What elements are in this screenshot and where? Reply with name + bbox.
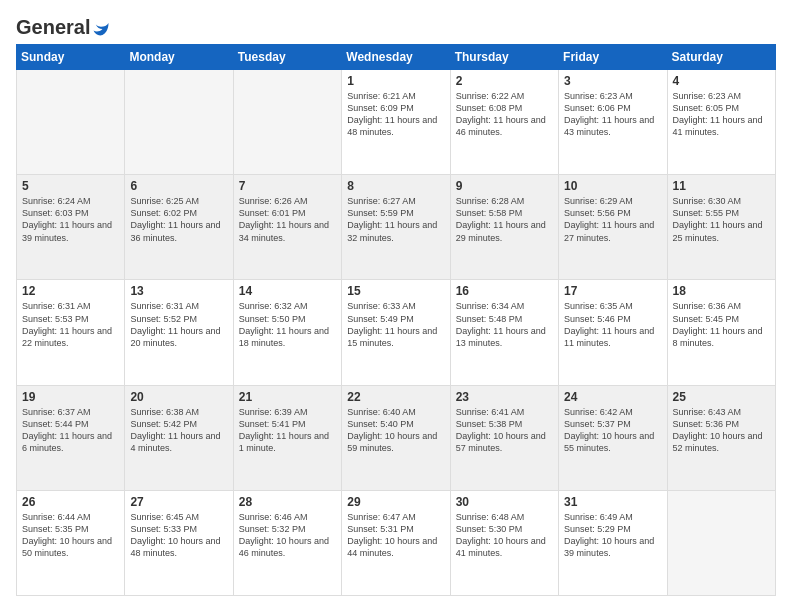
day-cell: 5Sunrise: 6:24 AMSunset: 6:03 PMDaylight…: [17, 175, 125, 280]
day-cell: 27Sunrise: 6:45 AMSunset: 5:33 PMDayligh…: [125, 490, 233, 595]
day-info: Sunrise: 6:30 AMSunset: 5:55 PMDaylight:…: [673, 195, 770, 244]
day-info: Sunrise: 6:23 AMSunset: 6:06 PMDaylight:…: [564, 90, 661, 139]
day-info: Sunrise: 6:25 AMSunset: 6:02 PMDaylight:…: [130, 195, 227, 244]
day-info: Sunrise: 6:47 AMSunset: 5:31 PMDaylight:…: [347, 511, 444, 560]
day-cell: 14Sunrise: 6:32 AMSunset: 5:50 PMDayligh…: [233, 280, 341, 385]
day-info: Sunrise: 6:37 AMSunset: 5:44 PMDaylight:…: [22, 406, 119, 455]
day-number: 3: [564, 74, 661, 88]
day-info: Sunrise: 6:41 AMSunset: 5:38 PMDaylight:…: [456, 406, 553, 455]
day-cell: 29Sunrise: 6:47 AMSunset: 5:31 PMDayligh…: [342, 490, 450, 595]
weekday-header-saturday: Saturday: [667, 45, 775, 70]
day-number: 2: [456, 74, 553, 88]
day-info: Sunrise: 6:26 AMSunset: 6:01 PMDaylight:…: [239, 195, 336, 244]
day-number: 27: [130, 495, 227, 509]
day-cell: 19Sunrise: 6:37 AMSunset: 5:44 PMDayligh…: [17, 385, 125, 490]
day-info: Sunrise: 6:31 AMSunset: 5:53 PMDaylight:…: [22, 300, 119, 349]
logo-bird-icon: [92, 21, 110, 37]
day-number: 23: [456, 390, 553, 404]
week-row-5: 26Sunrise: 6:44 AMSunset: 5:35 PMDayligh…: [17, 490, 776, 595]
weekday-header-wednesday: Wednesday: [342, 45, 450, 70]
day-number: 29: [347, 495, 444, 509]
week-row-4: 19Sunrise: 6:37 AMSunset: 5:44 PMDayligh…: [17, 385, 776, 490]
day-info: Sunrise: 6:42 AMSunset: 5:37 PMDaylight:…: [564, 406, 661, 455]
weekday-header-sunday: Sunday: [17, 45, 125, 70]
day-info: Sunrise: 6:46 AMSunset: 5:32 PMDaylight:…: [239, 511, 336, 560]
day-cell: 3Sunrise: 6:23 AMSunset: 6:06 PMDaylight…: [559, 70, 667, 175]
day-cell: 7Sunrise: 6:26 AMSunset: 6:01 PMDaylight…: [233, 175, 341, 280]
day-number: 18: [673, 284, 770, 298]
header: General: [16, 16, 776, 34]
day-number: 4: [673, 74, 770, 88]
day-info: Sunrise: 6:24 AMSunset: 6:03 PMDaylight:…: [22, 195, 119, 244]
day-info: Sunrise: 6:27 AMSunset: 5:59 PMDaylight:…: [347, 195, 444, 244]
logo-general: General: [16, 16, 90, 38]
calendar-table: SundayMondayTuesdayWednesdayThursdayFrid…: [16, 44, 776, 596]
day-cell: 21Sunrise: 6:39 AMSunset: 5:41 PMDayligh…: [233, 385, 341, 490]
day-number: 28: [239, 495, 336, 509]
day-number: 12: [22, 284, 119, 298]
day-cell: 8Sunrise: 6:27 AMSunset: 5:59 PMDaylight…: [342, 175, 450, 280]
day-number: 10: [564, 179, 661, 193]
logo-text: General: [16, 16, 110, 38]
day-number: 15: [347, 284, 444, 298]
day-info: Sunrise: 6:39 AMSunset: 5:41 PMDaylight:…: [239, 406, 336, 455]
day-cell: 12Sunrise: 6:31 AMSunset: 5:53 PMDayligh…: [17, 280, 125, 385]
day-info: Sunrise: 6:34 AMSunset: 5:48 PMDaylight:…: [456, 300, 553, 349]
day-cell: 4Sunrise: 6:23 AMSunset: 6:05 PMDaylight…: [667, 70, 775, 175]
day-cell: 10Sunrise: 6:29 AMSunset: 5:56 PMDayligh…: [559, 175, 667, 280]
day-number: 30: [456, 495, 553, 509]
day-info: Sunrise: 6:44 AMSunset: 5:35 PMDaylight:…: [22, 511, 119, 560]
day-cell: 31Sunrise: 6:49 AMSunset: 5:29 PMDayligh…: [559, 490, 667, 595]
day-cell: 30Sunrise: 6:48 AMSunset: 5:30 PMDayligh…: [450, 490, 558, 595]
day-info: Sunrise: 6:36 AMSunset: 5:45 PMDaylight:…: [673, 300, 770, 349]
day-info: Sunrise: 6:29 AMSunset: 5:56 PMDaylight:…: [564, 195, 661, 244]
day-number: 24: [564, 390, 661, 404]
logo: General: [16, 16, 110, 34]
weekday-header-row: SundayMondayTuesdayWednesdayThursdayFrid…: [17, 45, 776, 70]
day-cell: 23Sunrise: 6:41 AMSunset: 5:38 PMDayligh…: [450, 385, 558, 490]
day-cell: 11Sunrise: 6:30 AMSunset: 5:55 PMDayligh…: [667, 175, 775, 280]
day-number: 11: [673, 179, 770, 193]
day-cell: 24Sunrise: 6:42 AMSunset: 5:37 PMDayligh…: [559, 385, 667, 490]
day-info: Sunrise: 6:23 AMSunset: 6:05 PMDaylight:…: [673, 90, 770, 139]
day-cell: 15Sunrise: 6:33 AMSunset: 5:49 PMDayligh…: [342, 280, 450, 385]
day-number: 9: [456, 179, 553, 193]
day-number: 31: [564, 495, 661, 509]
day-cell: [233, 70, 341, 175]
day-info: Sunrise: 6:35 AMSunset: 5:46 PMDaylight:…: [564, 300, 661, 349]
day-number: 6: [130, 179, 227, 193]
day-number: 17: [564, 284, 661, 298]
day-cell: [125, 70, 233, 175]
day-info: Sunrise: 6:28 AMSunset: 5:58 PMDaylight:…: [456, 195, 553, 244]
day-cell: 25Sunrise: 6:43 AMSunset: 5:36 PMDayligh…: [667, 385, 775, 490]
day-number: 1: [347, 74, 444, 88]
day-cell: 17Sunrise: 6:35 AMSunset: 5:46 PMDayligh…: [559, 280, 667, 385]
weekday-header-monday: Monday: [125, 45, 233, 70]
day-cell: 13Sunrise: 6:31 AMSunset: 5:52 PMDayligh…: [125, 280, 233, 385]
page: General SundayMondayTuesdayWednesdayThur…: [0, 0, 792, 612]
day-info: Sunrise: 6:21 AMSunset: 6:09 PMDaylight:…: [347, 90, 444, 139]
week-row-2: 5Sunrise: 6:24 AMSunset: 6:03 PMDaylight…: [17, 175, 776, 280]
day-number: 20: [130, 390, 227, 404]
day-cell: 26Sunrise: 6:44 AMSunset: 5:35 PMDayligh…: [17, 490, 125, 595]
day-number: 13: [130, 284, 227, 298]
day-info: Sunrise: 6:43 AMSunset: 5:36 PMDaylight:…: [673, 406, 770, 455]
day-number: 14: [239, 284, 336, 298]
day-cell: 9Sunrise: 6:28 AMSunset: 5:58 PMDaylight…: [450, 175, 558, 280]
weekday-header-tuesday: Tuesday: [233, 45, 341, 70]
day-cell: 6Sunrise: 6:25 AMSunset: 6:02 PMDaylight…: [125, 175, 233, 280]
day-info: Sunrise: 6:31 AMSunset: 5:52 PMDaylight:…: [130, 300, 227, 349]
day-info: Sunrise: 6:38 AMSunset: 5:42 PMDaylight:…: [130, 406, 227, 455]
weekday-header-friday: Friday: [559, 45, 667, 70]
day-cell: 20Sunrise: 6:38 AMSunset: 5:42 PMDayligh…: [125, 385, 233, 490]
day-info: Sunrise: 6:45 AMSunset: 5:33 PMDaylight:…: [130, 511, 227, 560]
day-cell: 22Sunrise: 6:40 AMSunset: 5:40 PMDayligh…: [342, 385, 450, 490]
day-cell: [17, 70, 125, 175]
day-number: 26: [22, 495, 119, 509]
day-info: Sunrise: 6:40 AMSunset: 5:40 PMDaylight:…: [347, 406, 444, 455]
day-cell: [667, 490, 775, 595]
day-number: 19: [22, 390, 119, 404]
day-info: Sunrise: 6:49 AMSunset: 5:29 PMDaylight:…: [564, 511, 661, 560]
day-number: 8: [347, 179, 444, 193]
day-number: 22: [347, 390, 444, 404]
